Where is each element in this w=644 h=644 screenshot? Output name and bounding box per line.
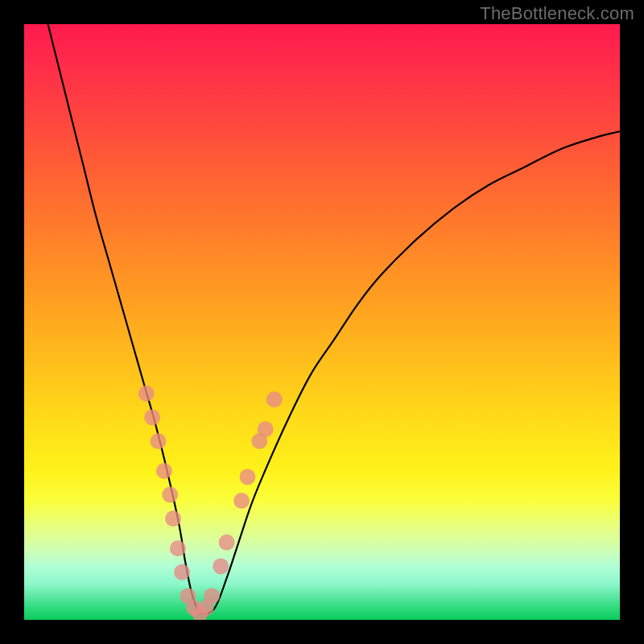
data-marker <box>170 540 186 556</box>
data-marker <box>233 493 250 509</box>
data-marker <box>266 391 283 407</box>
plot-area <box>24 24 620 620</box>
data-marker <box>162 487 178 503</box>
data-marker <box>138 386 155 402</box>
data-marker <box>219 535 235 551</box>
data-marker <box>204 588 220 604</box>
data-marker <box>258 421 274 437</box>
watermark-text: TheBottleneck.com <box>480 3 634 24</box>
data-marker <box>165 510 181 526</box>
bottleneck-curve <box>48 24 620 614</box>
data-marker <box>240 469 256 485</box>
chart-frame: TheBottleneck.com <box>0 0 644 644</box>
chart-svg <box>24 24 620 620</box>
data-marker <box>151 433 167 449</box>
marker-group <box>138 386 283 620</box>
data-marker <box>144 409 160 425</box>
data-marker <box>213 558 229 574</box>
data-marker <box>156 463 172 479</box>
data-marker <box>174 564 190 580</box>
